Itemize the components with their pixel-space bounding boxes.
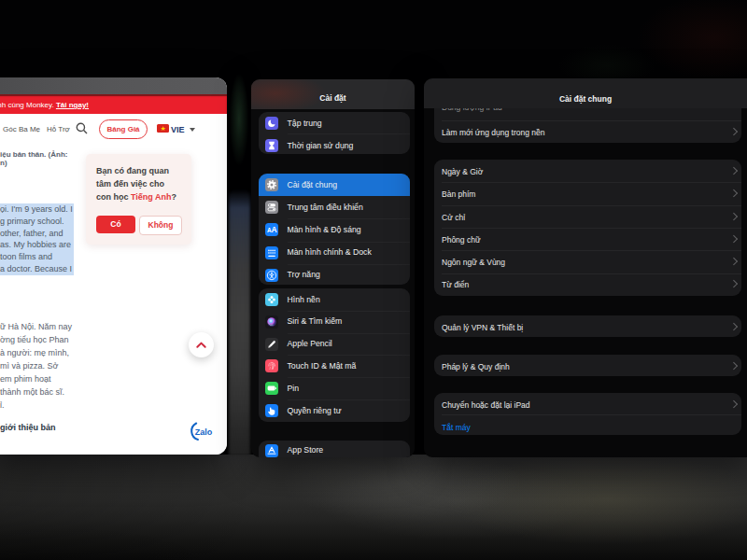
svg-text:Zalo: Zalo bbox=[195, 427, 213, 437]
svg-text:A: A bbox=[272, 225, 277, 234]
